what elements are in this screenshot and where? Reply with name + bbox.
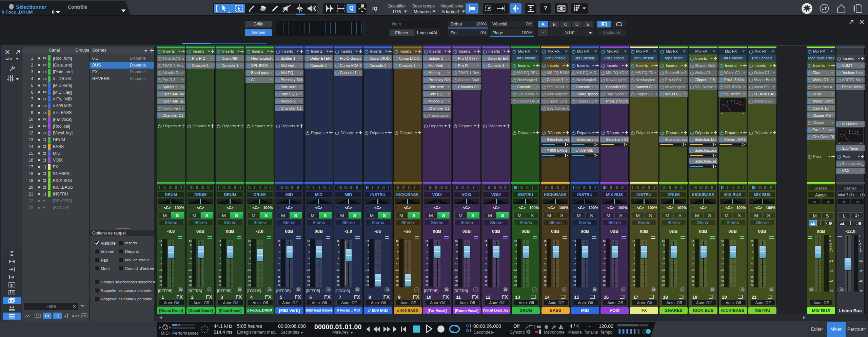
svg-text:3: 3 — [849, 130, 850, 132]
svg-text:5: 5 — [739, 101, 741, 103]
svg-text:7: 7 — [845, 131, 846, 133]
svg-text:+: + — [743, 104, 744, 106]
svg-text:7: 7 — [727, 101, 728, 103]
svg-text:3: 3 — [855, 130, 856, 132]
svg-text:0: 0 — [852, 130, 853, 132]
svg-text:20: 20 — [722, 104, 724, 106]
svg-text:3: 3 — [737, 100, 738, 102]
svg-text:+: + — [860, 133, 862, 135]
svg-text:5: 5 — [857, 131, 859, 133]
svg-text:3: 3 — [731, 100, 732, 102]
svg-text:0: 0 — [734, 100, 735, 102]
svg-text:20: 20 — [840, 133, 842, 135]
